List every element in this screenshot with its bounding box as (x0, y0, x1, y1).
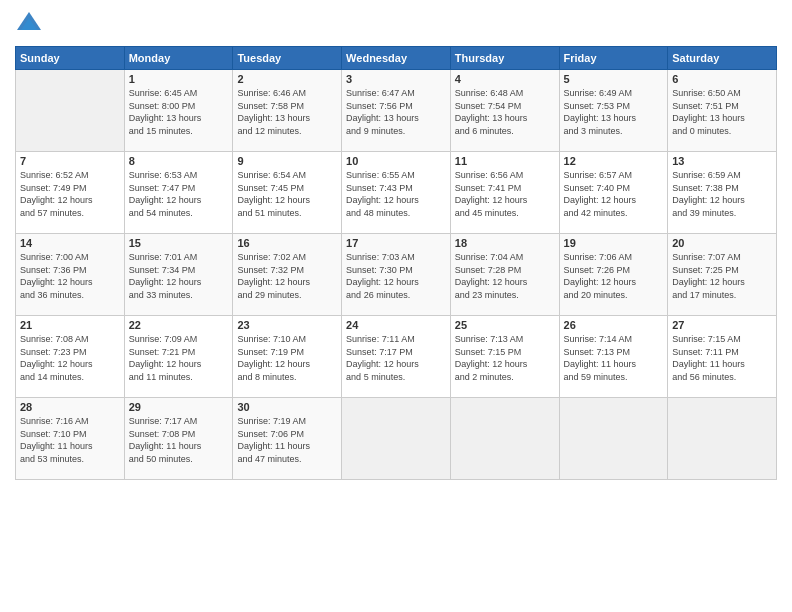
calendar-cell: 23Sunrise: 7:10 AM Sunset: 7:19 PM Dayli… (233, 316, 342, 398)
week-row-5: 28Sunrise: 7:16 AM Sunset: 7:10 PM Dayli… (16, 398, 777, 480)
day-info: Sunrise: 7:00 AM Sunset: 7:36 PM Dayligh… (20, 251, 120, 301)
day-header-sunday: Sunday (16, 47, 125, 70)
day-number: 18 (455, 237, 555, 249)
week-row-4: 21Sunrise: 7:08 AM Sunset: 7:23 PM Dayli… (16, 316, 777, 398)
day-header-wednesday: Wednesday (342, 47, 451, 70)
day-info: Sunrise: 6:52 AM Sunset: 7:49 PM Dayligh… (20, 169, 120, 219)
calendar-cell: 3Sunrise: 6:47 AM Sunset: 7:56 PM Daylig… (342, 70, 451, 152)
day-info: Sunrise: 7:08 AM Sunset: 7:23 PM Dayligh… (20, 333, 120, 383)
day-info: Sunrise: 7:11 AM Sunset: 7:17 PM Dayligh… (346, 333, 446, 383)
calendar-cell: 13Sunrise: 6:59 AM Sunset: 7:38 PM Dayli… (668, 152, 777, 234)
calendar-cell: 11Sunrise: 6:56 AM Sunset: 7:41 PM Dayli… (450, 152, 559, 234)
calendar-cell: 21Sunrise: 7:08 AM Sunset: 7:23 PM Dayli… (16, 316, 125, 398)
day-info: Sunrise: 7:03 AM Sunset: 7:30 PM Dayligh… (346, 251, 446, 301)
day-number: 1 (129, 73, 229, 85)
header (15, 10, 777, 38)
day-number: 11 (455, 155, 555, 167)
day-number: 16 (237, 237, 337, 249)
day-info: Sunrise: 6:47 AM Sunset: 7:56 PM Dayligh… (346, 87, 446, 137)
day-info: Sunrise: 6:48 AM Sunset: 7:54 PM Dayligh… (455, 87, 555, 137)
calendar-cell: 12Sunrise: 6:57 AM Sunset: 7:40 PM Dayli… (559, 152, 668, 234)
calendar-cell: 2Sunrise: 6:46 AM Sunset: 7:58 PM Daylig… (233, 70, 342, 152)
day-info: Sunrise: 6:57 AM Sunset: 7:40 PM Dayligh… (564, 169, 664, 219)
day-number: 19 (564, 237, 664, 249)
day-info: Sunrise: 7:15 AM Sunset: 7:11 PM Dayligh… (672, 333, 772, 383)
day-info: Sunrise: 7:07 AM Sunset: 7:25 PM Dayligh… (672, 251, 772, 301)
header-row: SundayMondayTuesdayWednesdayThursdayFrid… (16, 47, 777, 70)
day-info: Sunrise: 7:01 AM Sunset: 7:34 PM Dayligh… (129, 251, 229, 301)
calendar-cell (450, 398, 559, 480)
week-row-1: 1Sunrise: 6:45 AM Sunset: 8:00 PM Daylig… (16, 70, 777, 152)
day-info: Sunrise: 7:16 AM Sunset: 7:10 PM Dayligh… (20, 415, 120, 465)
day-header-monday: Monday (124, 47, 233, 70)
calendar-cell (559, 398, 668, 480)
calendar-cell: 18Sunrise: 7:04 AM Sunset: 7:28 PM Dayli… (450, 234, 559, 316)
day-number: 17 (346, 237, 446, 249)
calendar-cell (16, 70, 125, 152)
day-info: Sunrise: 6:49 AM Sunset: 7:53 PM Dayligh… (564, 87, 664, 137)
day-number: 5 (564, 73, 664, 85)
day-info: Sunrise: 7:09 AM Sunset: 7:21 PM Dayligh… (129, 333, 229, 383)
calendar-cell: 4Sunrise: 6:48 AM Sunset: 7:54 PM Daylig… (450, 70, 559, 152)
day-info: Sunrise: 7:10 AM Sunset: 7:19 PM Dayligh… (237, 333, 337, 383)
calendar-cell: 29Sunrise: 7:17 AM Sunset: 7:08 PM Dayli… (124, 398, 233, 480)
day-info: Sunrise: 6:50 AM Sunset: 7:51 PM Dayligh… (672, 87, 772, 137)
day-number: 28 (20, 401, 120, 413)
day-number: 26 (564, 319, 664, 331)
day-number: 21 (20, 319, 120, 331)
calendar-cell: 27Sunrise: 7:15 AM Sunset: 7:11 PM Dayli… (668, 316, 777, 398)
day-number: 8 (129, 155, 229, 167)
day-info: Sunrise: 7:19 AM Sunset: 7:06 PM Dayligh… (237, 415, 337, 465)
day-info: Sunrise: 6:55 AM Sunset: 7:43 PM Dayligh… (346, 169, 446, 219)
calendar-cell: 19Sunrise: 7:06 AM Sunset: 7:26 PM Dayli… (559, 234, 668, 316)
day-number: 22 (129, 319, 229, 331)
day-info: Sunrise: 6:45 AM Sunset: 8:00 PM Dayligh… (129, 87, 229, 137)
calendar-cell (342, 398, 451, 480)
day-number: 29 (129, 401, 229, 413)
calendar-cell (668, 398, 777, 480)
calendar-cell: 14Sunrise: 7:00 AM Sunset: 7:36 PM Dayli… (16, 234, 125, 316)
calendar-cell: 25Sunrise: 7:13 AM Sunset: 7:15 PM Dayli… (450, 316, 559, 398)
day-number: 15 (129, 237, 229, 249)
day-info: Sunrise: 7:06 AM Sunset: 7:26 PM Dayligh… (564, 251, 664, 301)
day-info: Sunrise: 6:53 AM Sunset: 7:47 PM Dayligh… (129, 169, 229, 219)
day-number: 27 (672, 319, 772, 331)
day-header-thursday: Thursday (450, 47, 559, 70)
day-info: Sunrise: 7:17 AM Sunset: 7:08 PM Dayligh… (129, 415, 229, 465)
calendar-cell: 24Sunrise: 7:11 AM Sunset: 7:17 PM Dayli… (342, 316, 451, 398)
calendar-cell: 28Sunrise: 7:16 AM Sunset: 7:10 PM Dayli… (16, 398, 125, 480)
calendar-cell: 16Sunrise: 7:02 AM Sunset: 7:32 PM Dayli… (233, 234, 342, 316)
calendar-container: SundayMondayTuesdayWednesdayThursdayFrid… (0, 0, 792, 612)
calendar-cell: 10Sunrise: 6:55 AM Sunset: 7:43 PM Dayli… (342, 152, 451, 234)
logo (15, 10, 47, 38)
day-info: Sunrise: 6:54 AM Sunset: 7:45 PM Dayligh… (237, 169, 337, 219)
day-number: 14 (20, 237, 120, 249)
day-number: 6 (672, 73, 772, 85)
logo-icon (15, 10, 43, 38)
day-number: 7 (20, 155, 120, 167)
calendar-cell: 7Sunrise: 6:52 AM Sunset: 7:49 PM Daylig… (16, 152, 125, 234)
day-number: 23 (237, 319, 337, 331)
day-number: 13 (672, 155, 772, 167)
day-number: 20 (672, 237, 772, 249)
day-info: Sunrise: 7:14 AM Sunset: 7:13 PM Dayligh… (564, 333, 664, 383)
day-info: Sunrise: 6:59 AM Sunset: 7:38 PM Dayligh… (672, 169, 772, 219)
calendar-cell: 30Sunrise: 7:19 AM Sunset: 7:06 PM Dayli… (233, 398, 342, 480)
calendar-cell: 22Sunrise: 7:09 AM Sunset: 7:21 PM Dayli… (124, 316, 233, 398)
calendar-table: SundayMondayTuesdayWednesdayThursdayFrid… (15, 46, 777, 480)
day-number: 2 (237, 73, 337, 85)
day-info: Sunrise: 6:46 AM Sunset: 7:58 PM Dayligh… (237, 87, 337, 137)
week-row-2: 7Sunrise: 6:52 AM Sunset: 7:49 PM Daylig… (16, 152, 777, 234)
calendar-cell: 15Sunrise: 7:01 AM Sunset: 7:34 PM Dayli… (124, 234, 233, 316)
calendar-cell: 1Sunrise: 6:45 AM Sunset: 8:00 PM Daylig… (124, 70, 233, 152)
week-row-3: 14Sunrise: 7:00 AM Sunset: 7:36 PM Dayli… (16, 234, 777, 316)
calendar-cell: 9Sunrise: 6:54 AM Sunset: 7:45 PM Daylig… (233, 152, 342, 234)
day-info: Sunrise: 7:02 AM Sunset: 7:32 PM Dayligh… (237, 251, 337, 301)
day-number: 4 (455, 73, 555, 85)
calendar-cell: 17Sunrise: 7:03 AM Sunset: 7:30 PM Dayli… (342, 234, 451, 316)
day-header-saturday: Saturday (668, 47, 777, 70)
day-header-tuesday: Tuesday (233, 47, 342, 70)
day-number: 10 (346, 155, 446, 167)
day-info: Sunrise: 6:56 AM Sunset: 7:41 PM Dayligh… (455, 169, 555, 219)
day-number: 9 (237, 155, 337, 167)
